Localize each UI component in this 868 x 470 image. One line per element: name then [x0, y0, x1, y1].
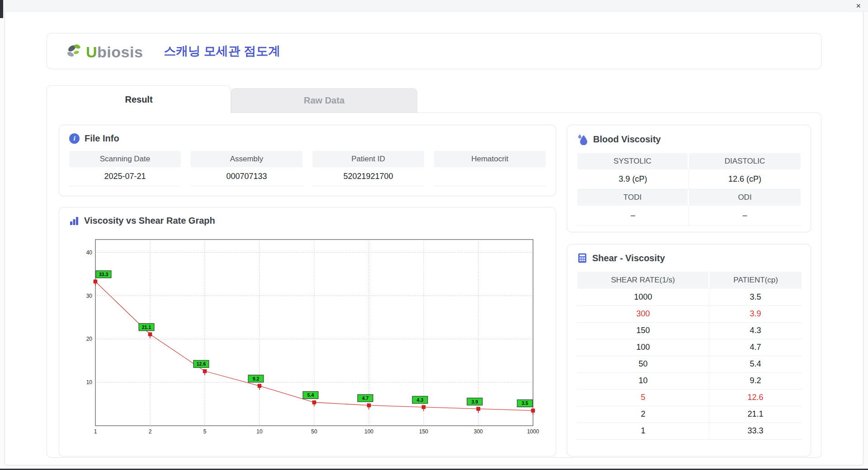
tab-bar: Result Raw Data — [47, 85, 417, 113]
chart-x-tick-label: 1000 — [527, 428, 539, 435]
chart-y-tick-label: 30 — [86, 293, 93, 299]
shear-rate-cell: 1000 — [577, 289, 709, 306]
chart-y-tick-label: 10 — [86, 379, 93, 385]
table-row: 10003.5 — [577, 289, 802, 306]
column-header-patient: PATIENT(cp) — [709, 272, 802, 289]
patient-viscosity-cell: 3.5 — [709, 289, 802, 306]
shear-rate-cell: 1 — [577, 423, 709, 439]
tab-result[interactable]: Result — [47, 85, 231, 113]
blood-viscosity-grid: SYSTOLICDIASTOLIC3.9 (cP)12.6 (cP)TODIOD… — [577, 153, 801, 226]
table-row: 1004.7 — [577, 339, 802, 356]
chart-x-tick-label: 10 — [256, 428, 263, 435]
file-info-fields: Scanning DateAssemblyPatient IDHematocri… — [69, 151, 546, 186]
blood-viscosity-value: 12.6 (cP) — [689, 169, 801, 189]
chart-point-label: 33.3 — [99, 272, 108, 277]
file-info-field-label: Scanning Date — [69, 151, 181, 167]
shear-viscosity-table: SHEAR RATE(1/s) PATIENT(cp) 10003.53003.… — [577, 272, 802, 440]
logo-text: Ubiosis — [86, 44, 143, 60]
shear-viscosity-card: Shear - Viscosity SHEAR RATE(1/s) PATIEN… — [567, 244, 811, 456]
shear-viscosity-header-row: SHEAR RATE(1/s) PATIENT(cp) — [577, 272, 802, 289]
chart-point-label: 9.2 — [253, 376, 259, 381]
table-row: 3003.9 — [577, 306, 802, 322]
chart-point-marker — [476, 407, 480, 411]
graph-card: Viscosity vs Shear Rate Graph 1251050100… — [59, 207, 556, 456]
chart-point-marker — [148, 333, 152, 336]
table-row: 512.6 — [577, 389, 802, 406]
chart-y-tick-label: 40 — [86, 249, 93, 256]
shear-viscosity-title-row: Shear - Viscosity — [567, 244, 811, 268]
table-row: 221.1 — [577, 406, 802, 423]
blood-viscosity-label: ODI — [689, 189, 801, 206]
chart-y-tick-label: 20 — [86, 336, 93, 342]
patient-viscosity-cell: 33.3 — [709, 423, 802, 439]
blood-viscosity-card: Blood Viscosity SYSTOLICDIASTOLIC3.9 (cP… — [567, 125, 811, 232]
droplet-icon — [577, 133, 588, 145]
chart-point-marker — [203, 369, 207, 373]
table-row: 505.4 — [577, 356, 802, 372]
chart-point-marker — [531, 409, 535, 412]
table-row: 133.3 — [577, 423, 802, 439]
blood-viscosity-label: SYSTOLIC — [577, 153, 689, 169]
window-titlebar: × — [0, 0, 868, 12]
blood-viscosity-value: – — [689, 206, 801, 226]
table-icon — [577, 253, 587, 263]
file-info-title: File Info — [85, 133, 119, 144]
chart-point-label: 3.5 — [522, 400, 528, 406]
file-info-field-label: Hematocrit — [434, 151, 546, 167]
chart-point-marker — [367, 404, 371, 407]
blood-viscosity-value: – — [577, 206, 689, 226]
chart-x-tick-label: 300 — [474, 428, 483, 435]
chart-x-tick-label: 50 — [311, 428, 317, 435]
tab-result-label: Result — [125, 94, 152, 105]
shear-rate-cell: 2 — [577, 406, 709, 423]
chart-point-label: 3.9 — [472, 399, 478, 404]
logo-leaves-icon — [66, 42, 84, 60]
shear-rate-cell: 50 — [577, 356, 709, 372]
chart-point-label: 4.3 — [417, 397, 424, 403]
file-info-field-value: 2025-07-21 — [69, 167, 181, 186]
blood-viscosity-label: TODI — [577, 189, 689, 206]
blood-viscosity-label: DIASTOLIC — [689, 153, 801, 169]
patient-viscosity-cell: 4.3 — [709, 322, 802, 339]
file-info-title-row: i File Info — [59, 125, 556, 148]
file-info-field-value — [434, 167, 546, 186]
chart-point-label: 12.6 — [197, 361, 206, 367]
table-row: 109.2 — [577, 372, 802, 389]
window-close-button[interactable]: × — [856, 1, 861, 11]
file-info-field-value: 000707133 — [191, 167, 302, 186]
chart-x-tick-label: 5 — [203, 428, 207, 435]
file-info-field-label: Assembly — [191, 151, 302, 167]
graph-title: Viscosity vs Shear Rate Graph — [84, 216, 215, 226]
patient-viscosity-cell: 5.4 — [709, 356, 802, 372]
viscosity-chart: 125105010015030010001020304033.321.112.6… — [75, 231, 540, 443]
graph-title-row: Viscosity vs Shear Rate Graph — [59, 207, 556, 230]
tab-raw-data[interactable]: Raw Data — [231, 88, 417, 113]
chart-point-label: 5.4 — [307, 392, 314, 398]
shear-rate-cell: 10 — [577, 372, 709, 389]
column-header-shear-rate: SHEAR RATE(1/s) — [577, 272, 709, 289]
chart-point-label: 21.1 — [142, 324, 151, 330]
file-info-field-value: 52021921700 — [312, 167, 424, 186]
header-card: Ubiosis 스캐닝 모세관 점도계 — [47, 33, 821, 69]
chart-x-tick-label: 1 — [94, 428, 97, 435]
shear-rate-cell: 300 — [577, 306, 709, 322]
main-panel: Ubiosis 스캐닝 모세관 점도계 Result Raw Data i Fi… — [5, 4, 863, 465]
chart-point-marker — [312, 400, 316, 404]
file-info-card: i File Info Scanning DateAssemblyPatient… — [59, 125, 556, 196]
file-info-field-label: Patient ID — [312, 151, 424, 167]
chart-point-marker — [258, 384, 261, 388]
info-icon: i — [69, 133, 80, 144]
tab-raw-data-label: Raw Data — [304, 95, 344, 106]
table-row: 1504.3 — [577, 322, 802, 339]
ubiosis-logo: Ubiosis — [66, 42, 143, 60]
shear-rate-cell: 150 — [577, 322, 709, 339]
chart-point-marker — [94, 280, 97, 283]
blood-viscosity-title: Blood Viscosity — [593, 134, 661, 145]
shear-viscosity-title: Shear - Viscosity — [592, 253, 665, 263]
content-panel: i File Info Scanning DateAssemblyPatient… — [47, 113, 821, 458]
patient-viscosity-cell: 9.2 — [709, 372, 802, 389]
shear-rate-cell: 5 — [577, 389, 709, 406]
blood-viscosity-value: 3.9 (cP) — [577, 169, 689, 189]
shear-rate-cell: 100 — [577, 339, 709, 356]
background-window-edge — [0, 0, 3, 18]
